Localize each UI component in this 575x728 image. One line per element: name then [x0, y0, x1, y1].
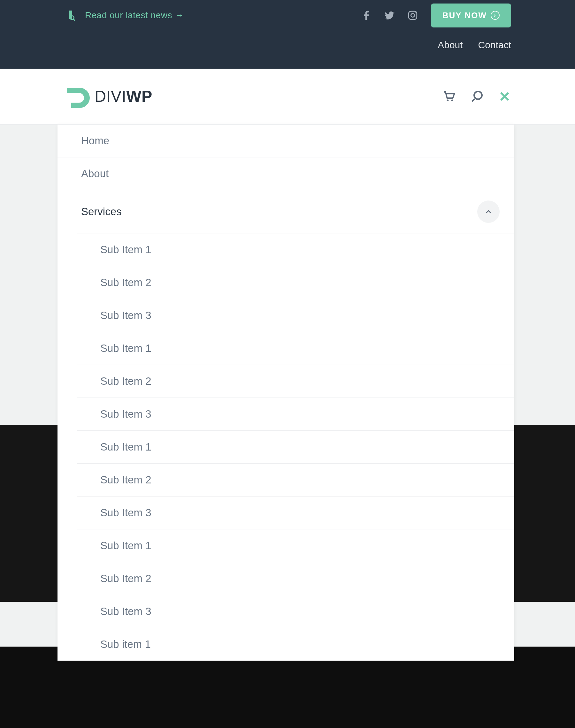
instagram-icon[interactable]: [407, 10, 418, 21]
main-header: DIVIWP: [0, 69, 575, 124]
topbar-link-about[interactable]: About: [438, 40, 463, 50]
submenu-item-label: Sub Item 3: [100, 507, 151, 518]
top-bar-lower-nav: About Contact: [64, 31, 511, 69]
submenu-item[interactable]: Sub Item 3: [77, 398, 514, 430]
submenu-item[interactable]: Sub Item 1: [77, 430, 514, 463]
logo-text-thin: DIVI: [95, 87, 126, 105]
submenu-item[interactable]: Sub Item 3: [77, 595, 514, 628]
chevron-up-icon: [484, 208, 493, 216]
submenu-item[interactable]: Sub Item 2: [77, 562, 514, 595]
submenu-item-label: Sub Item 2: [100, 573, 151, 584]
submenu-item[interactable]: Sub item 1: [77, 628, 514, 661]
search-icon[interactable]: [470, 90, 484, 103]
top-bar-actions: BUY NOW ›: [361, 3, 511, 28]
submenu-item[interactable]: Sub Item 2: [77, 266, 514, 299]
submenu-item[interactable]: Sub Item 2: [77, 365, 514, 398]
submenu-item-label: Sub Item 3: [100, 408, 151, 420]
svg-point-5: [451, 99, 453, 101]
menu-item-label: Home: [81, 135, 109, 147]
news-link[interactable]: Read our latest news →: [64, 9, 184, 21]
close-menu-icon[interactable]: [498, 90, 511, 103]
menu-item-home[interactable]: Home: [58, 124, 514, 157]
logo-text-bold: WP: [126, 87, 153, 105]
site-logo[interactable]: DIVIWP: [64, 82, 153, 111]
submenu-item-label: Sub Item 1: [100, 342, 151, 354]
twitter-icon[interactable]: [384, 10, 395, 21]
submenu-item-label: Sub Item 1: [100, 441, 151, 453]
submenu-item-label: Sub Item 1: [100, 540, 151, 551]
services-submenu: Sub Item 1 Sub Item 2 Sub Item 3 Sub Ite…: [58, 233, 514, 661]
submenu-item[interactable]: Sub Item 2: [77, 463, 514, 496]
menu-item-label: Services: [81, 206, 122, 218]
submenu-item-label: Sub Item 3: [100, 606, 151, 617]
submenu-item[interactable]: Sub Item 1: [77, 233, 514, 266]
svg-rect-1: [409, 11, 417, 20]
submenu-item[interactable]: Sub Item 1: [77, 332, 514, 365]
submenu-item-label: Sub Item 1: [100, 244, 151, 255]
buy-now-label: BUY NOW: [442, 10, 487, 21]
menu-item-services[interactable]: Services: [58, 190, 514, 233]
collapse-toggle[interactable]: [477, 201, 500, 223]
top-bar: Read our latest news → BUY NOW ›: [0, 0, 575, 69]
buy-now-button[interactable]: BUY NOW ›: [431, 3, 511, 28]
submenu-item-label: Sub Item 2: [100, 375, 151, 387]
submenu-item[interactable]: Sub Item 3: [77, 299, 514, 332]
news-search-icon: [64, 9, 75, 21]
topbar-link-contact[interactable]: Contact: [478, 40, 511, 50]
submenu-item[interactable]: Sub Item 3: [77, 496, 514, 529]
svg-point-3: [415, 12, 416, 13]
svg-point-6: [474, 91, 482, 99]
cart-icon[interactable]: [442, 90, 455, 103]
social-icons: [361, 10, 418, 21]
menu-item-label: About: [81, 168, 109, 180]
mobile-dropdown-menu: Home About Services Sub Item 1 Sub Item …: [58, 124, 514, 661]
news-link-text: Read our latest news →: [85, 10, 184, 21]
submenu-item-label: Sub Item 3: [100, 310, 151, 321]
arrow-right-circle-icon: ›: [491, 11, 500, 20]
header-actions: [442, 90, 511, 103]
top-bar-upper: Read our latest news → BUY NOW ›: [64, 0, 511, 31]
submenu-item-label: Sub Item 2: [100, 277, 151, 288]
svg-point-2: [411, 13, 414, 17]
submenu-item-label: Sub Item 2: [100, 474, 151, 486]
page-body: Home About Services Sub Item 1 Sub Item …: [0, 124, 575, 728]
menu-item-about[interactable]: About: [58, 157, 514, 190]
logo-mark-icon: [64, 82, 93, 111]
submenu-item[interactable]: Sub Item 1: [77, 529, 514, 562]
submenu-item-label: Sub item 1: [100, 638, 151, 650]
facebook-icon[interactable]: [361, 10, 372, 21]
logo-text: DIVIWP: [95, 87, 153, 106]
svg-point-4: [447, 99, 449, 101]
